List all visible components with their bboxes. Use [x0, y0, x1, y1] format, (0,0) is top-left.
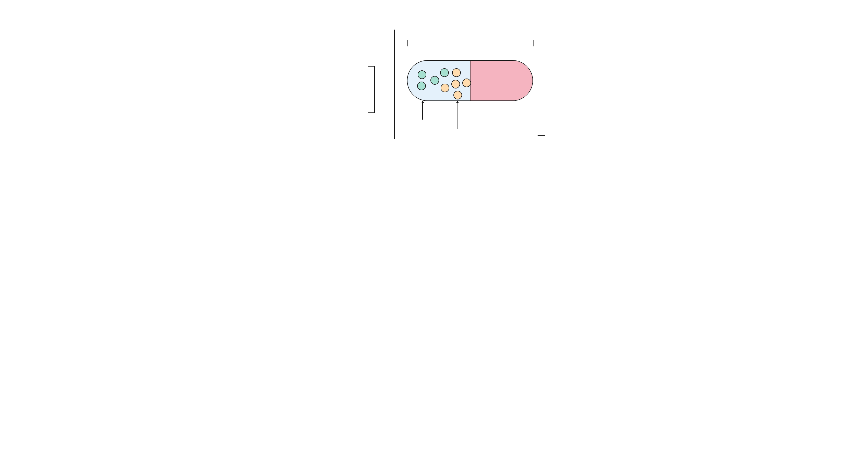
arrow-to-variables [422, 101, 423, 120]
variable-dot [430, 76, 439, 85]
code-block [272, 53, 281, 141]
method-dot [462, 78, 471, 87]
variable-dot [418, 70, 426, 79]
variable-dot [440, 68, 449, 77]
capsule-body [407, 60, 533, 101]
vertical-divider [394, 30, 395, 139]
method-dot [441, 84, 449, 92]
arrow-to-methods [457, 101, 458, 129]
method-dot [451, 80, 460, 89]
capsule-right-half [470, 61, 533, 100]
diagram-canvas [241, 0, 627, 206]
method-dot [452, 68, 461, 77]
code-bracket [368, 66, 375, 113]
encapsulation-bracket [537, 31, 545, 136]
capsule [407, 60, 533, 101]
method-dot [454, 91, 462, 99]
class-bracket [407, 40, 533, 46]
variable-dot [417, 81, 426, 90]
